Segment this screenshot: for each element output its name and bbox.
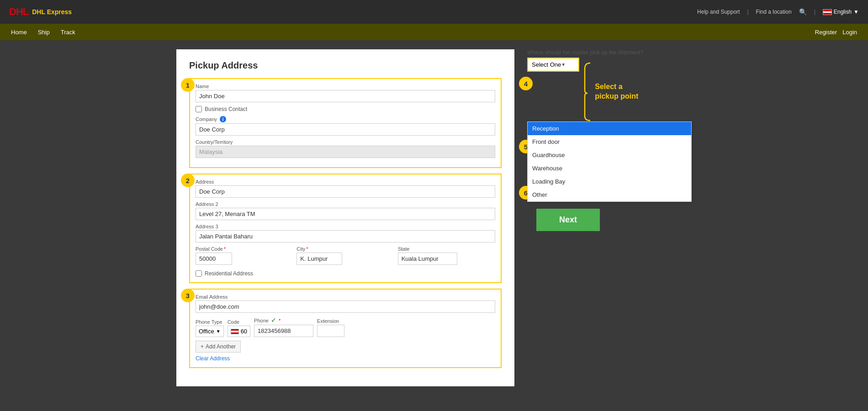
extension-row: Extension (317, 318, 344, 337)
plus-icon: + (201, 343, 204, 350)
phone-input[interactable] (254, 325, 313, 337)
dropdown-option-loadingbay[interactable]: Loading Bay (528, 175, 691, 188)
second-navigation: Home Ship Track Register Login (0, 24, 868, 40)
company-label: Company i (196, 116, 495, 122)
main-content: Pickup Address 1 Name Business Contact (0, 40, 868, 411)
section3-container: 3 Email Address Phone Type Office ▼ (189, 289, 502, 368)
register-link[interactable]: Register (815, 29, 837, 36)
name-label: Name (196, 84, 495, 89)
language-label: English (834, 9, 852, 15)
country-label: Country/Territory (196, 139, 495, 145)
form-panel: Pickup Address 1 Name Business Contact (176, 49, 514, 386)
business-contact-label: Business Contact (205, 106, 247, 112)
pickup-annotation-area: Select a pickup point (584, 62, 638, 121)
phone-code-area: 60 (228, 326, 250, 337)
name-row: Name (196, 84, 495, 102)
postal-input[interactable] (196, 253, 232, 265)
step-badge-4: 4 (519, 77, 533, 90)
clear-address-link[interactable]: Clear Address (196, 355, 495, 362)
dropdown-with-brace: Select One Reception Front door Guardhou… (527, 58, 692, 121)
pickup-dropdown-list: Reception Front door Guardhouse Warehous… (527, 121, 692, 202)
country-row: Country/Territory (196, 139, 495, 158)
phone-row: Phone Type Office ▼ Code 60 (196, 316, 495, 337)
address-label: Address (196, 179, 495, 184)
email-label: Email Address (196, 294, 495, 300)
dropdown-option-warehouse[interactable]: Warehouse (528, 162, 691, 175)
company-input[interactable] (196, 123, 495, 136)
dhl-logo: DHL (9, 6, 28, 18)
phone-type-label: Phone Type (196, 319, 224, 325)
courier-label: Where should the courier pick up the shi… (527, 49, 692, 56)
address-row: Address (196, 179, 495, 198)
state-label: State (398, 246, 495, 252)
postal-city-state-row: Postal Code* City* State (196, 246, 495, 269)
address3-row: Address 3 (196, 224, 495, 242)
postal-label: Postal Code* (196, 246, 293, 252)
name-input[interactable] (196, 90, 495, 102)
address3-input[interactable] (196, 230, 495, 242)
top-navigation: DHL DHL Express Help and Support | Find … (0, 0, 868, 24)
business-contact-checkbox[interactable] (196, 106, 202, 112)
search-icon[interactable]: 🔍 (799, 8, 807, 16)
code-label: Code (228, 319, 250, 325)
flag-icon (823, 9, 832, 15)
phone-type-value: Office (199, 328, 214, 335)
city-label: City* (296, 246, 394, 252)
dropdown-option-frontdoor[interactable]: Front door (528, 135, 691, 148)
business-contact-row: Business Contact (196, 106, 495, 112)
help-link[interactable]: Help and Support (697, 9, 740, 15)
section4-container: 4 Where should the courier pick up the s… (527, 49, 692, 121)
language-selector[interactable]: English ▼ (823, 9, 859, 15)
phone-type-chevron[interactable]: ▼ (216, 329, 221, 334)
right-panel: 4 Where should the courier pick up the s… (527, 49, 692, 231)
phone-type-row: Phone Type Office ▼ (196, 319, 224, 337)
dropdown-option-guardhouse[interactable]: Guardhouse (528, 148, 691, 162)
email-input[interactable] (196, 300, 495, 313)
find-location-link[interactable]: Find a location (756, 9, 792, 15)
section1-name-company: Name Business Contact Company i (189, 78, 502, 168)
section3-contact: Email Address Phone Type Office ▼ Co (189, 289, 502, 368)
info-icon[interactable]: i (220, 116, 226, 122)
address2-input[interactable] (196, 208, 495, 220)
email-row: Email Address (196, 294, 495, 313)
residential-checkbox[interactable] (196, 270, 202, 277)
dropdown-option-other[interactable]: Other (528, 188, 691, 201)
code-row: Code 60 (228, 319, 250, 337)
address-input[interactable] (196, 185, 495, 198)
brace-svg (584, 62, 592, 121)
section2-address: Address Address 2 Address 3 (189, 174, 502, 283)
pickup-dropdown-header[interactable]: Select One (527, 58, 579, 72)
residential-row: Residential Address (196, 270, 495, 277)
phone-flag-icon (231, 329, 239, 334)
address3-label: Address 3 (196, 224, 495, 229)
city-input[interactable] (296, 253, 342, 265)
extension-label: Extension (317, 318, 344, 324)
content-wrapper: Pickup Address 1 Name Business Contact (176, 49, 692, 386)
dropdown-selected-text: Select One (532, 61, 561, 68)
login-link[interactable]: Login (842, 29, 857, 36)
main-nav-links: Home Ship Track (11, 29, 75, 36)
add-another-button[interactable]: + Add Another (196, 341, 241, 353)
logo-area: DHL DHL Express (9, 6, 72, 18)
address2-row: Address 2 (196, 201, 495, 220)
residential-label: Residential Address (205, 270, 253, 277)
state-input[interactable] (398, 253, 457, 265)
phone-number-row: Phone ✓ * (254, 316, 313, 337)
extension-input[interactable] (317, 325, 344, 337)
home-link[interactable]: Home (11, 29, 27, 36)
next-button[interactable]: Next (536, 209, 600, 231)
ship-link[interactable]: Ship (38, 29, 50, 36)
phone-verified-icon: ✓ (271, 316, 276, 324)
dropdown-option-reception[interactable]: Reception (528, 122, 691, 135)
address2-label: Address 2 (196, 201, 495, 207)
page-title: Pickup Address (189, 60, 502, 71)
auth-links: Register Login (815, 29, 857, 36)
company-row: Company i (196, 116, 495, 136)
phone-code-value: 60 (241, 328, 247, 335)
city-row: City* (296, 246, 394, 265)
top-nav-right: Help and Support | Find a location 🔍 | E… (697, 8, 859, 16)
phone-label: Phone ✓ * (254, 316, 313, 324)
courier-section: Where should the courier pick up the shi… (527, 49, 692, 121)
brand-name: DHL Express (32, 8, 72, 16)
track-link[interactable]: Track (61, 29, 75, 36)
